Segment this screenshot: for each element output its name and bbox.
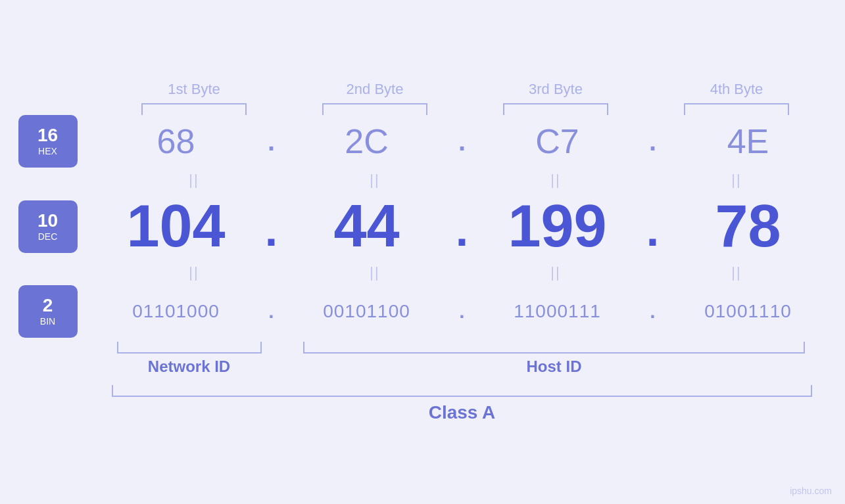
network-id-section: Network ID	[97, 342, 281, 376]
bin-dot-1: .	[255, 302, 288, 321]
hex-values: 68 . 2C . C7 . 4E	[97, 122, 827, 161]
bin-badge: 2 BIN	[18, 285, 78, 338]
bracket-cell-1	[104, 103, 285, 115]
dec-dot-2: .	[446, 207, 479, 246]
bin-badge-number: 2	[43, 296, 53, 315]
network-id-label: Network ID	[148, 357, 230, 376]
bracket-cell-4	[646, 103, 827, 115]
equal-7: ||	[466, 264, 646, 281]
bin-value-2: 00101100	[288, 301, 446, 322]
hex-dot-1: .	[255, 128, 288, 154]
dec-byte-4: 78	[669, 193, 827, 260]
equal-8: ||	[646, 264, 827, 281]
hex-value-3: C7	[479, 122, 637, 161]
dec-badge-label: DEC	[38, 231, 58, 242]
hex-badge: 16 HEX	[18, 115, 78, 168]
bin-row: 2 BIN 01101000 . 00101100 . 11000111 .	[18, 285, 827, 338]
bracket-cell-3	[466, 103, 646, 115]
equal-2: ||	[285, 172, 466, 189]
equal-6: ||	[285, 264, 466, 281]
hex-badge-number: 16	[37, 126, 58, 145]
bracket-top-1	[141, 103, 247, 115]
bin-byte-2: 00101100	[288, 301, 446, 322]
hex-value-1: 68	[97, 122, 255, 161]
dec-dot-3: .	[637, 207, 669, 246]
host-id-label: Host ID	[527, 357, 582, 376]
equal-3: ||	[466, 172, 646, 189]
network-bracket	[117, 342, 262, 354]
hex-badge-label: HEX	[38, 146, 57, 156]
dec-value-4: 78	[669, 193, 827, 260]
equal-5: ||	[104, 264, 285, 281]
dec-byte-3: 199	[479, 193, 637, 260]
bin-dot-2: .	[446, 302, 479, 321]
dec-values: 104 . 44 . 199 . 78	[97, 193, 827, 260]
class-spacer	[18, 385, 97, 423]
host-id-section: Host ID	[281, 342, 827, 376]
hex-row: 16 HEX 68 . 2C . C7 . 4E	[18, 115, 827, 168]
bin-value-3: 11000111	[479, 301, 637, 322]
class-bracket	[112, 385, 813, 397]
bracket-spacer	[18, 342, 97, 376]
bracket-labels-area: Network ID Host ID	[97, 342, 827, 376]
network-host-bracket-row: Network ID Host ID	[18, 342, 827, 376]
class-label: Class A	[429, 402, 496, 423]
dec-value-1: 104	[97, 193, 255, 260]
equal-1: ||	[104, 172, 285, 189]
dec-badge: 10 DEC	[18, 200, 78, 253]
class-row: Class A	[18, 385, 827, 423]
hex-value-2: 2C	[288, 122, 446, 161]
hex-dot-3: .	[637, 128, 669, 154]
equal-4: ||	[646, 172, 827, 189]
byte-header-1: 1st Byte	[104, 81, 285, 103]
bin-values: 01101000 . 00101100 . 11000111 . 0100111…	[97, 301, 827, 322]
equal-row-1: || || || ||	[104, 168, 827, 193]
bin-byte-1: 01101000	[97, 301, 255, 322]
byte-header-4: 4th Byte	[646, 81, 827, 103]
dec-badge-number: 10	[37, 212, 58, 230]
dec-byte-1: 104	[97, 193, 255, 260]
dec-value-2: 44	[288, 193, 446, 260]
bin-badge-label: BIN	[40, 316, 55, 327]
hex-byte-1: 68	[97, 122, 255, 161]
bracket-cell-2	[285, 103, 466, 115]
byte-header-2: 2nd Byte	[285, 81, 466, 103]
host-bracket	[303, 342, 806, 354]
main-container: 1st Byte 2nd Byte 3rd Byte 4th Byte 16 H…	[0, 0, 845, 504]
bin-badge-container: 2 BIN	[18, 285, 97, 338]
bin-dot-3: .	[637, 302, 669, 321]
byte-headers: 1st Byte 2nd Byte 3rd Byte 4th Byte	[104, 81, 827, 103]
byte-header-3: 3rd Byte	[466, 81, 646, 103]
dec-value-3: 199	[479, 193, 637, 260]
bin-value-4: 01001110	[669, 301, 827, 322]
hex-byte-4: 4E	[669, 122, 827, 161]
equal-row-2: || || || ||	[104, 260, 827, 285]
bin-byte-3: 11000111	[479, 301, 637, 322]
dec-dot-1: .	[255, 207, 288, 246]
dec-row: 10 DEC 104 . 44 . 199 . 78	[18, 193, 827, 260]
bin-value-1: 01101000	[97, 301, 255, 322]
bracket-top-3	[503, 103, 608, 115]
hex-byte-2: 2C	[288, 122, 446, 161]
class-section: Class A	[97, 385, 827, 423]
hex-badge-container: 16 HEX	[18, 115, 97, 168]
watermark: ipshu.com	[790, 486, 832, 496]
hex-value-4: 4E	[669, 122, 827, 161]
bin-byte-4: 01001110	[669, 301, 827, 322]
bracket-top-2	[322, 103, 427, 115]
hex-dot-2: .	[446, 128, 479, 154]
bracket-top-4	[684, 103, 789, 115]
dec-byte-2: 44	[288, 193, 446, 260]
hex-byte-3: C7	[479, 122, 637, 161]
top-brackets	[104, 103, 827, 115]
dec-badge-container: 10 DEC	[18, 200, 97, 253]
